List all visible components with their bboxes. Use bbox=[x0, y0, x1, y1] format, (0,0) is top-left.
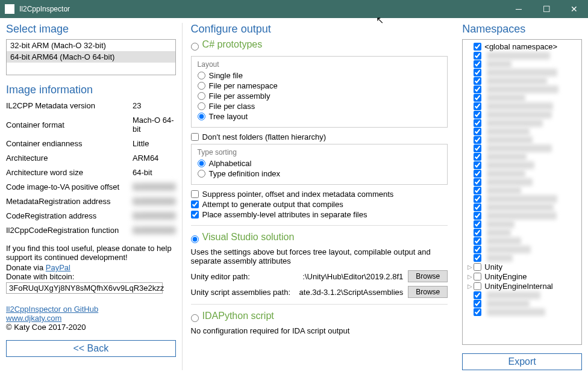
sort-group: Type sorting AlphabeticalType definition… bbox=[191, 144, 448, 185]
vs-radio[interactable] bbox=[191, 235, 199, 243]
donate-text: If you find this tool useful, please don… bbox=[6, 244, 176, 262]
namespace-item[interactable] bbox=[465, 102, 579, 110]
layout-radio[interactable] bbox=[198, 102, 205, 110]
namespace-item[interactable] bbox=[465, 85, 579, 93]
namespace-item[interactable] bbox=[465, 229, 579, 237]
configure-output-heading: Configure output bbox=[191, 23, 448, 36]
image-listbox[interactable]: 32-bit ARM (Mach-O 32-bit)64-bit ARM64 (… bbox=[6, 39, 176, 75]
namespace-item[interactable] bbox=[465, 111, 579, 119]
layout-radio[interactable] bbox=[198, 113, 205, 120]
csharp-radio[interactable] bbox=[191, 43, 199, 51]
namespace-item[interactable] bbox=[465, 136, 579, 144]
back-button[interactable]: << Back bbox=[6, 340, 176, 357]
unity-editor-path: :\Unity\Hub\Editor\2019.2.8f1 bbox=[299, 272, 408, 281]
titlebar: Il2CppInspector ─ ☐ ✕ bbox=[0, 0, 588, 18]
namespace-item[interactable] bbox=[465, 220, 579, 228]
donate-bitcoin-label: Donate with bitcoin: bbox=[6, 272, 176, 281]
namespace-item[interactable] bbox=[465, 69, 579, 76]
layout-radio[interactable] bbox=[198, 92, 205, 100]
namespace-item[interactable] bbox=[465, 178, 579, 186]
option-checkbox[interactable] bbox=[191, 211, 199, 218]
layout-radio[interactable] bbox=[198, 82, 205, 90]
select-image-heading: Select image bbox=[6, 23, 176, 36]
namespace-item[interactable] bbox=[465, 161, 579, 169]
close-button[interactable]: ✕ bbox=[560, 0, 588, 18]
namespace-item[interactable] bbox=[465, 300, 579, 308]
namespace-item[interactable] bbox=[465, 203, 579, 211]
ida-description: No configuration required for IDA script… bbox=[191, 326, 448, 335]
namespace-item[interactable] bbox=[465, 195, 579, 203]
namespace-item[interactable] bbox=[465, 94, 579, 102]
ida-radio[interactable] bbox=[191, 314, 199, 322]
ida-heading: IDAPython script bbox=[202, 311, 274, 321]
maximize-button[interactable]: ☐ bbox=[533, 0, 560, 18]
export-button[interactable]: Export bbox=[462, 353, 582, 370]
flatten-checkbox[interactable] bbox=[191, 133, 199, 141]
namespace-item[interactable] bbox=[465, 119, 579, 127]
app-icon bbox=[5, 4, 14, 14]
browse-editor-button[interactable]: Browse bbox=[408, 270, 448, 282]
namespace-item[interactable] bbox=[465, 308, 579, 316]
browse-script-button[interactable]: Browse bbox=[408, 286, 448, 298]
namespaces-tree[interactable]: <global namespace>▷Unity▷UnityEngine▷Uni… bbox=[462, 39, 582, 345]
layout-radio[interactable] bbox=[198, 72, 205, 79]
csharp-heading: C# prototypes bbox=[202, 39, 263, 50]
namespaces-heading: Namespaces bbox=[462, 23, 582, 36]
paypal-link[interactable]: PayPal bbox=[46, 263, 70, 272]
namespace-item[interactable] bbox=[465, 254, 579, 262]
image-list-item[interactable]: 64-bit ARM64 (Mach-O 64-bit) bbox=[7, 51, 175, 63]
namespace-item[interactable]: ▷Unity bbox=[465, 262, 579, 271]
namespace-item[interactable] bbox=[465, 153, 579, 161]
namespace-item[interactable] bbox=[465, 187, 579, 194]
namespace-item[interactable] bbox=[465, 60, 579, 68]
sort-radio[interactable] bbox=[198, 160, 205, 167]
minimize-button[interactable]: ─ bbox=[505, 0, 533, 18]
option-checkbox[interactable] bbox=[191, 190, 199, 198]
namespace-item[interactable] bbox=[465, 52, 579, 60]
vs-description: Uses the settings above but forces tree … bbox=[191, 247, 448, 265]
namespace-item[interactable] bbox=[465, 237, 579, 245]
unity-script-path: ate.3d-3.1.2\ScriptAssemblies bbox=[299, 288, 408, 297]
namespace-item[interactable] bbox=[465, 291, 579, 299]
bitcoin-address[interactable]: 3FoRUqUXgYj8NY8sMQfhX6vv9LqR3e2kzz bbox=[6, 282, 163, 294]
website-link[interactable]: www.djkaty.com bbox=[6, 314, 176, 323]
namespace-item[interactable]: <global namespace> bbox=[465, 42, 579, 51]
image-list-item[interactable]: 32-bit ARM (Mach-O 32-bit) bbox=[7, 40, 175, 51]
namespace-item[interactable]: ▷UnityEngineInternal bbox=[465, 282, 579, 291]
namespace-item[interactable] bbox=[465, 212, 579, 220]
namespace-item[interactable] bbox=[465, 170, 579, 178]
sort-radio[interactable] bbox=[198, 170, 205, 178]
image-info-heading: Image information bbox=[6, 84, 176, 96]
copyright-text: © Katy Coe 2017-2020 bbox=[6, 323, 176, 332]
option-checkbox[interactable] bbox=[191, 200, 199, 208]
namespace-item[interactable]: ▷UnityEngine bbox=[465, 272, 579, 281]
window-title: Il2CppInspector bbox=[19, 5, 505, 13]
namespace-item[interactable] bbox=[465, 77, 579, 85]
vs-heading: Visual Studio solution bbox=[202, 232, 295, 243]
namespace-item[interactable] bbox=[465, 144, 579, 152]
namespace-item[interactable] bbox=[465, 128, 579, 135]
github-link[interactable]: Il2CppInspector on GitHub bbox=[6, 305, 176, 314]
layout-group: Layout Single fileFile per namespaceFile… bbox=[191, 56, 448, 128]
namespace-item[interactable] bbox=[465, 246, 579, 253]
